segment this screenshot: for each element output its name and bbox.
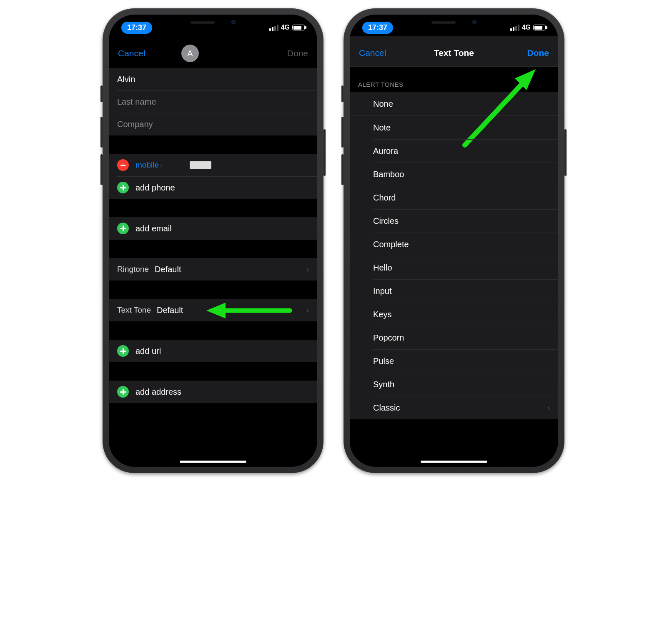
tone-option[interactable]: Popcorn xyxy=(350,326,558,349)
nav-bar: Cancel A Done xyxy=(109,36,317,68)
speaker-grille xyxy=(191,21,215,24)
side-button-mute xyxy=(341,85,344,102)
screen-edit-contact: 17:37 4G Cancel A Done Alvin Last name C… xyxy=(109,15,317,467)
add-url-row[interactable]: add url xyxy=(109,340,317,362)
side-button-vol-down xyxy=(100,154,103,185)
phone-number-redacted[interactable] xyxy=(190,161,211,169)
side-button-vol-down xyxy=(341,154,344,185)
add-email-row[interactable]: add email xyxy=(109,217,317,240)
notch xyxy=(165,15,261,30)
add-icon xyxy=(117,223,129,234)
tone-option[interactable]: Aurora xyxy=(350,139,558,163)
nav-bar: Cancel Text Tone Done xyxy=(350,36,558,67)
network-label: 4G xyxy=(522,24,531,31)
add-phone-row[interactable]: add phone xyxy=(109,176,317,199)
chevron-right-icon: › xyxy=(306,265,309,274)
tone-option[interactable]: Circles xyxy=(350,209,558,233)
chevron-right-icon: › xyxy=(547,403,550,412)
front-camera xyxy=(472,20,476,24)
phone-entry-row[interactable]: mobile › xyxy=(109,154,317,176)
tone-option[interactable]: Input xyxy=(350,279,558,303)
chevron-right-icon: › xyxy=(306,306,309,315)
signal-icon xyxy=(510,25,519,31)
side-button-power xyxy=(564,129,567,176)
done-button: Done xyxy=(245,48,308,58)
tone-option[interactable]: Complete xyxy=(350,233,558,256)
add-icon xyxy=(117,345,129,357)
tone-option-label: Keys xyxy=(373,310,391,319)
phone-right: 17:37 4G Cancel Text Tone Done ALERT TON… xyxy=(344,8,564,473)
section-header-alert-tones: ALERT TONES xyxy=(350,81,558,92)
front-camera xyxy=(231,20,236,24)
home-indicator[interactable] xyxy=(180,461,246,463)
tone-option-label: Hello xyxy=(373,263,392,273)
tone-option[interactable]: Pulse xyxy=(350,349,558,373)
text-tone-label: Text Tone xyxy=(117,306,151,315)
ringtone-label: Ringtone xyxy=(117,265,149,274)
tone-option[interactable]: Classic› xyxy=(350,396,558,419)
speaker-grille xyxy=(431,21,456,24)
phone-type-label[interactable]: mobile xyxy=(135,160,159,170)
home-indicator[interactable] xyxy=(421,461,487,463)
edit-contact-content: Alvin Last name Company mobile › add pho… xyxy=(109,68,317,467)
battery-icon xyxy=(292,25,305,30)
add-email-label: add email xyxy=(135,224,172,233)
tone-option-label: Input xyxy=(373,286,391,296)
cancel-button[interactable]: Cancel xyxy=(118,48,181,58)
remove-icon[interactable] xyxy=(117,159,129,171)
tone-option-label: Note xyxy=(373,123,391,133)
time-pill[interactable]: 17:37 xyxy=(362,22,393,34)
signal-icon xyxy=(269,25,278,31)
add-icon xyxy=(117,182,129,193)
screen-text-tone: 17:37 4G Cancel Text Tone Done ALERT TON… xyxy=(350,15,558,467)
cancel-button[interactable]: Cancel xyxy=(359,48,422,58)
alert-tones-list: NoneNoteAuroraBambooChordCirclesComplete… xyxy=(350,92,558,419)
tone-option-label: None xyxy=(373,99,393,109)
tone-option-label: Pulse xyxy=(373,356,394,366)
company-field[interactable]: Company xyxy=(109,113,317,135)
tone-option[interactable]: Chord xyxy=(350,186,558,209)
contact-avatar[interactable]: A xyxy=(181,45,199,62)
side-button-power xyxy=(323,129,326,176)
first-name-field[interactable]: Alvin xyxy=(109,68,317,90)
tone-option-label: Synth xyxy=(373,380,394,389)
tone-option[interactable]: None xyxy=(350,92,558,115)
notch xyxy=(406,15,502,30)
add-address-row[interactable]: add address xyxy=(109,381,317,403)
text-tone-value: Default xyxy=(157,306,183,315)
tone-option[interactable]: Bamboo xyxy=(350,163,558,186)
tone-option-label: Popcorn xyxy=(373,333,404,343)
tone-option-label: Complete xyxy=(373,240,409,249)
tone-option[interactable]: Keys xyxy=(350,303,558,326)
network-label: 4G xyxy=(281,24,290,31)
tone-option-label: Bamboo xyxy=(373,170,404,179)
phone-left: 17:37 4G Cancel A Done Alvin Last name C… xyxy=(103,8,323,473)
tone-option[interactable]: Hello xyxy=(350,256,558,279)
tone-option-label: Aurora xyxy=(373,146,398,156)
add-phone-label: add phone xyxy=(135,183,175,193)
time-pill[interactable]: 17:37 xyxy=(121,22,152,34)
chevron-right-icon: › xyxy=(160,162,163,168)
tone-list-content[interactable]: ALERT TONES NoneNoteAuroraBambooChordCir… xyxy=(350,67,558,467)
tone-option[interactable]: Synth xyxy=(350,373,558,396)
tone-option-label: Chord xyxy=(373,193,396,203)
ringtone-value: Default xyxy=(155,265,181,274)
add-url-label: add url xyxy=(135,346,161,356)
page-title: Text Tone xyxy=(422,48,486,58)
add-icon xyxy=(117,386,129,398)
tone-option-label: Classic xyxy=(373,403,400,413)
text-tone-row[interactable]: Text Tone Default › xyxy=(109,299,317,321)
tone-option[interactable]: Note xyxy=(350,116,558,139)
last-name-field[interactable]: Last name xyxy=(109,90,317,113)
battery-icon xyxy=(533,25,546,30)
side-button-vol-up xyxy=(100,117,103,148)
side-button-mute xyxy=(100,85,103,102)
add-address-label: add address xyxy=(135,387,181,397)
done-button[interactable]: Done xyxy=(486,48,549,58)
tone-option-label: Circles xyxy=(373,216,399,226)
ringtone-row[interactable]: Ringtone Default › xyxy=(109,258,317,281)
side-button-vol-up xyxy=(341,117,344,148)
